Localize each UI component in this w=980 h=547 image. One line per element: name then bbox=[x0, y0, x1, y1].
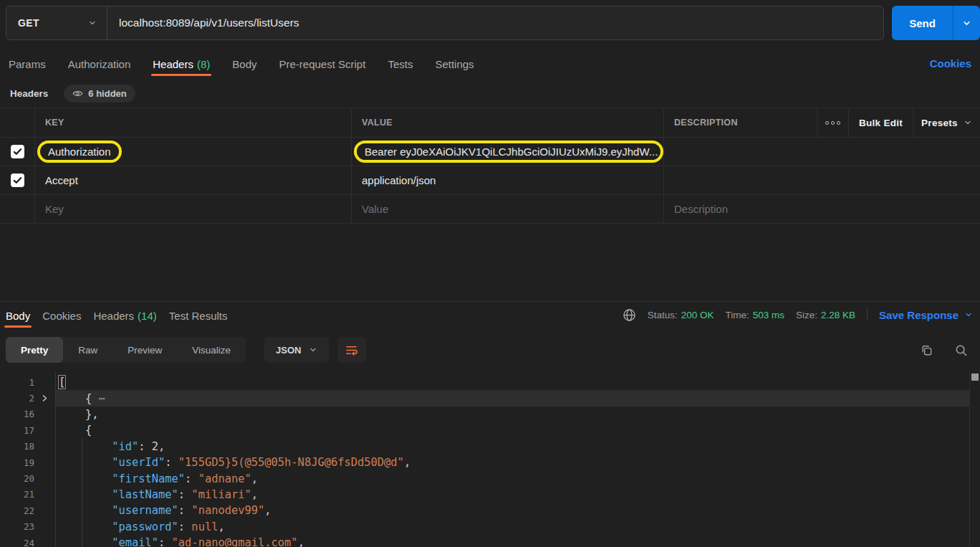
code-text: "id": 2, bbox=[55, 440, 165, 453]
row-checkbox[interactable] bbox=[11, 173, 24, 187]
check-icon bbox=[12, 175, 23, 186]
presets-label: Presets bbox=[921, 118, 958, 128]
globe-icon bbox=[623, 308, 636, 322]
meta-divider bbox=[867, 308, 868, 321]
line-number: 21 bbox=[0, 489, 34, 500]
request-tabs: ParamsAuthorizationHeaders(8)BodyPre-req… bbox=[9, 52, 474, 76]
line-number: 24 bbox=[0, 538, 34, 547]
view-tab-visualize[interactable]: Visualize bbox=[177, 337, 246, 363]
column-value: VALUE bbox=[351, 108, 663, 137]
eye-icon bbox=[72, 88, 83, 99]
tab-settings[interactable]: Settings bbox=[435, 52, 474, 76]
code-line: 17 { bbox=[0, 422, 980, 438]
bulk-edit-button[interactable]: Bulk Edit bbox=[848, 108, 913, 137]
table-row: KeyValueDescription bbox=[0, 195, 980, 224]
value-cell[interactable]: application/json bbox=[351, 166, 663, 194]
copy-icon[interactable] bbox=[920, 343, 933, 357]
cookies-link[interactable]: Cookies bbox=[930, 57, 971, 70]
key-cell[interactable]: Authorization bbox=[34, 138, 351, 166]
code-lines: 1[2 { ⋯16 },17 {18 "id": 2,19 "userId": … bbox=[0, 374, 980, 547]
method-select[interactable]: GET bbox=[6, 6, 107, 39]
wrap-lines-icon bbox=[345, 343, 358, 357]
send-options-button[interactable] bbox=[953, 19, 980, 28]
description-cell[interactable] bbox=[663, 166, 980, 194]
code-text: "firstName": "adnane", bbox=[55, 472, 258, 485]
search-icon[interactable] bbox=[954, 343, 968, 357]
value-cell[interactable]: Bearer eyJ0eXAiOiJKV1QiLCJhbGciOiJIUzUxM… bbox=[351, 138, 663, 166]
row-checkbox[interactable] bbox=[11, 145, 24, 158]
tab-headers[interactable]: Headers(8) bbox=[153, 52, 210, 76]
presets-button[interactable]: Presets bbox=[913, 108, 980, 137]
check-icon bbox=[12, 146, 23, 157]
tab-body[interactable]: Body bbox=[232, 52, 256, 76]
wrap-lines-button[interactable] bbox=[337, 337, 366, 363]
line-number: 16 bbox=[0, 409, 34, 419]
tab-label: Authorization bbox=[68, 58, 131, 70]
header-value: Bearer eyJ0eXAiOiJKV1QiLCJhbGciOiJIUzUxM… bbox=[354, 141, 663, 163]
line-number: 18 bbox=[0, 441, 34, 452]
header-value: application/json bbox=[362, 174, 436, 186]
tab-count: (14) bbox=[138, 310, 157, 322]
view-tab-preview[interactable]: Preview bbox=[112, 337, 177, 363]
response-meta: Status:200 OK Time:503 ms Size:2.28 KB S… bbox=[623, 304, 973, 325]
header-key: Accept bbox=[45, 174, 78, 186]
view-mode-switch: PrettyRawPreviewVisualize bbox=[6, 337, 246, 363]
code-line: 1[ bbox=[0, 374, 980, 390]
hidden-headers-toggle[interactable]: 6 hidden bbox=[64, 85, 135, 103]
chevron-down-icon bbox=[309, 346, 317, 354]
tab-label: Headers bbox=[93, 310, 134, 322]
scrollbar-track bbox=[969, 372, 970, 547]
header-key: Key bbox=[45, 203, 64, 215]
scrollbar-thumb[interactable] bbox=[971, 374, 979, 381]
tab-label: Test Results bbox=[169, 310, 228, 322]
code-line: 18 "id": 2, bbox=[0, 439, 980, 455]
checkbox-cell bbox=[0, 138, 34, 166]
tab-test-results[interactable]: Test Results bbox=[169, 303, 228, 328]
tab-count: (8) bbox=[197, 58, 210, 70]
line-number: 20 bbox=[0, 473, 34, 484]
header-key: Authorization bbox=[37, 141, 122, 163]
language-select[interactable]: JSON bbox=[264, 337, 328, 363]
code-line: 21 "lastName": "miliari", bbox=[0, 487, 980, 503]
description-cell[interactable]: Description bbox=[663, 195, 980, 223]
response-tabs: BodyCookiesHeaders(14)Test Results bbox=[6, 303, 228, 328]
bulk-edit-label: Bulk Edit bbox=[859, 118, 903, 128]
request-url-bar: GET localhost:8089/api/v1/users/listUser… bbox=[6, 6, 884, 40]
tab-tests[interactable]: Tests bbox=[388, 52, 413, 76]
code-line: 24 "email": "ad-nano@gmail.com", bbox=[0, 535, 980, 547]
header-description: Description bbox=[674, 203, 728, 215]
table-row: Acceptapplication/json bbox=[0, 166, 980, 195]
line-number: 2 bbox=[0, 393, 34, 404]
code-text: "userId": "155GD5}5(@55@05h-N8JG@6fsDd50… bbox=[55, 456, 410, 469]
url-input[interactable]: localhost:8089/api/v1/users/listUsers bbox=[107, 16, 299, 29]
time-label: Time: bbox=[726, 310, 749, 320]
status-label: Status: bbox=[648, 310, 678, 320]
tab-body[interactable]: Body bbox=[6, 303, 30, 328]
key-cell[interactable]: Key bbox=[34, 195, 351, 223]
code-text: { ⋯ bbox=[55, 392, 105, 405]
tab-headers[interactable]: Headers(14) bbox=[93, 303, 156, 328]
tab-authorization[interactable]: Authorization bbox=[68, 52, 131, 76]
status-value: 200 OK bbox=[681, 310, 714, 320]
language-label: JSON bbox=[276, 345, 301, 356]
code-text: "lastName": "miliari", bbox=[55, 488, 258, 501]
send-button[interactable]: Send bbox=[892, 6, 980, 40]
tab-pre-request-script[interactable]: Pre-request Script bbox=[279, 52, 366, 76]
tab-params[interactable]: Params bbox=[9, 52, 46, 76]
view-tab-raw[interactable]: Raw bbox=[63, 337, 112, 363]
tab-cookies[interactable]: Cookies bbox=[42, 303, 81, 328]
chevron-down-icon bbox=[88, 19, 97, 27]
code-text: { bbox=[55, 424, 92, 437]
code-text: "username": "nanodev99", bbox=[55, 504, 272, 517]
fold-icon[interactable] bbox=[34, 394, 55, 402]
key-cell[interactable]: Accept bbox=[34, 166, 351, 194]
view-tab-pretty[interactable]: Pretty bbox=[6, 337, 63, 363]
description-cell[interactable] bbox=[663, 138, 980, 166]
tab-label: Body bbox=[232, 58, 256, 70]
code-text: }, bbox=[55, 408, 99, 421]
save-response-button[interactable]: Save Response bbox=[879, 309, 973, 321]
code-text: "password": null, bbox=[55, 520, 225, 533]
value-cell[interactable]: Value bbox=[351, 195, 663, 223]
more-options-button[interactable] bbox=[817, 108, 848, 137]
size-value: 2.28 KB bbox=[821, 310, 855, 320]
